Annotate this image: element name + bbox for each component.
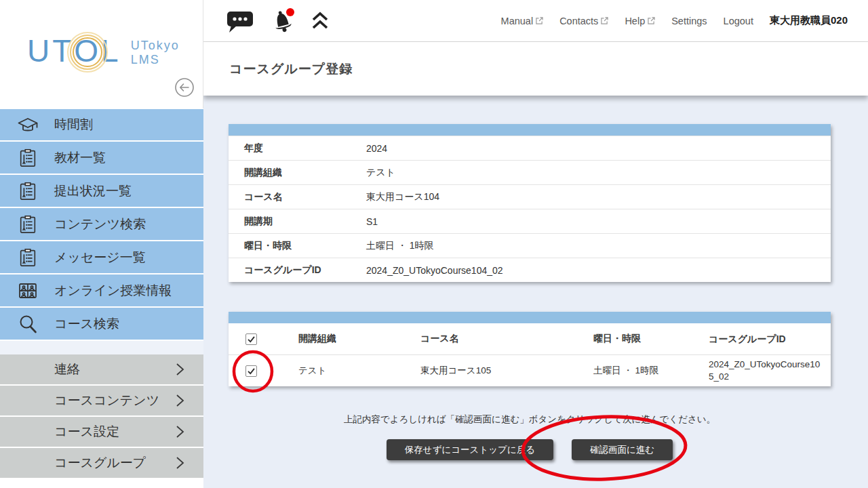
- table-cell: 東大用コース105: [420, 365, 593, 377]
- sidebar-item-label: 時間割: [54, 116, 93, 134]
- table-header-row: 開講組織 コース名 曜日・時限 コースグループID: [229, 323, 831, 354]
- sidebar-item-label: 教材一覧: [54, 149, 106, 167]
- back-arrow-icon: [174, 77, 195, 100]
- action-buttons: 保存せずにコーストップに戻る 確認画面に進む: [229, 439, 831, 460]
- column-header: コース名: [420, 333, 593, 345]
- select-all-checkbox[interactable]: [245, 333, 257, 345]
- sidebar-item-materials[interactable]: 教材一覧: [0, 142, 203, 175]
- sidebar-nav: 時間割 教材一覧 提出状況一覧 コンテンツ検索: [0, 108, 203, 479]
- clipboard-icon: [16, 146, 39, 169]
- row-checkbox[interactable]: [245, 365, 257, 377]
- sidebar-group-course-settings[interactable]: コース設定: [0, 417, 203, 448]
- table-row: コース名 東大用コース104: [229, 184, 831, 209]
- column-header: 開講組織: [273, 333, 420, 345]
- logo-letter: UT: [27, 33, 74, 69]
- table-row: 曜日・時限 土曜日 ・ 1時限: [229, 233, 831, 258]
- external-link-icon: [601, 16, 608, 26]
- chevron-right-icon: [176, 363, 184, 376]
- logout-link[interactable]: Logout: [724, 16, 753, 26]
- sidebar-item-timetable[interactable]: 時間割: [0, 108, 203, 142]
- table-cell: テスト: [273, 365, 420, 377]
- help-link[interactable]: Help: [625, 16, 655, 26]
- column-header: コースグループID: [709, 333, 831, 345]
- collapse-up-icon[interactable]: [311, 11, 330, 31]
- sidebar-item-label: コンテンツ検索: [54, 216, 146, 233]
- chat-icon[interactable]: [225, 7, 255, 35]
- manual-link[interactable]: Manual: [501, 16, 544, 26]
- chevron-right-icon: [176, 394, 184, 407]
- sidebar-group-contact[interactable]: 連絡: [0, 354, 203, 386]
- sidebar-item-course-search[interactable]: コース検索: [0, 308, 203, 341]
- settings-link[interactable]: Settings: [671, 16, 707, 26]
- top-bar: Manual Contacts Help Settings Logout 東大用…: [203, 0, 868, 42]
- clipboard-icon: [16, 213, 39, 236]
- page-title: コースグループ登録: [229, 60, 353, 78]
- proceed-to-confirm-button[interactable]: 確認画面に進む: [572, 439, 673, 460]
- chevron-right-icon: [176, 456, 184, 470]
- logo-subtitle: UTokyo LMS: [131, 35, 180, 66]
- sidebar-item-submissions[interactable]: 提出状況一覧: [0, 175, 203, 208]
- contacts-link[interactable]: Contacts: [559, 16, 608, 26]
- search-icon: [16, 312, 39, 336]
- logo-letter: L: [101, 33, 121, 69]
- sidebar: UTOL UTokyo LMS 時間割: [0, 0, 203, 488]
- main-content: 年度 2024 開講組織 テスト コース名 東大用コース104 開講期 S1 曜…: [203, 96, 868, 488]
- clipboard-icon: [16, 180, 39, 203]
- sidebar-item-label: オンライン授業情報: [54, 282, 172, 300]
- sidebar-item-messages[interactable]: メッセージ一覧: [0, 241, 203, 274]
- bell-icon[interactable]: [267, 7, 298, 35]
- page-header: コースグループ登録: [203, 42, 868, 96]
- sidebar-group-course-group[interactable]: コースグループ: [0, 448, 203, 479]
- course-select-table: 開講組織 コース名 曜日・時限 コースグループID テスト 東大用コース105 …: [229, 312, 831, 386]
- table-cell: 土曜日 ・ 1時限: [593, 365, 709, 377]
- online-class-icon: [16, 279, 39, 302]
- graduation-cap-icon: [16, 113, 39, 136]
- user-name: 東大用教職員020: [770, 14, 848, 27]
- logo-o-rings: O: [74, 33, 101, 69]
- instruction-text: 上記内容でよろしければ「確認画面に進む」ボタンをクリックして次に進んでください。: [229, 413, 831, 426]
- sidebar-divider: [0, 341, 203, 354]
- chevron-right-icon: [176, 425, 184, 439]
- table-row: 開講期 S1: [229, 209, 831, 233]
- sidebar-item-label: 提出状況一覧: [54, 182, 132, 200]
- sidebar-item-online-class[interactable]: オンライン授業情報: [0, 274, 203, 308]
- sidebar-group-course-contents[interactable]: コースコンテンツ: [0, 386, 203, 417]
- column-header: 曜日・時限: [593, 333, 709, 345]
- utol-logo: UTOL UTokyo LMS: [0, 0, 203, 69]
- table-row: 開講組織 テスト: [229, 160, 831, 184]
- back-to-course-top-button[interactable]: 保存せずにコーストップに戻る: [387, 439, 553, 460]
- table-cell: 2024_Z0_UTokyoCourse105_02: [709, 359, 831, 382]
- utol-lms-app: UTOL UTokyo LMS 時間割: [0, 0, 868, 488]
- sidebar-collapse-button[interactable]: [174, 79, 195, 99]
- course-info-table: 年度 2024 開講組織 テスト コース名 東大用コース104 開講期 S1 曜…: [229, 124, 831, 282]
- table-row: テスト 東大用コース105 土曜日 ・ 1時限 2024_Z0_UTokyoCo…: [229, 354, 831, 386]
- table-header-bar: [229, 124, 831, 136]
- sidebar-item-label: コース検索: [54, 315, 119, 333]
- external-link-icon: [536, 16, 543, 26]
- sidebar-item-content-search[interactable]: コンテンツ検索: [0, 208, 203, 241]
- table-row: 年度 2024: [229, 136, 831, 160]
- external-link-icon: [648, 16, 655, 26]
- table-header-bar: [229, 312, 831, 323]
- clipboard-icon: [16, 246, 39, 269]
- table-row: コースグループID 2024_Z0_UTokyoCourse104_02: [229, 258, 831, 282]
- logo-area: UTOL UTokyo LMS: [0, 0, 203, 108]
- sidebar-item-label: メッセージ一覧: [54, 249, 146, 266]
